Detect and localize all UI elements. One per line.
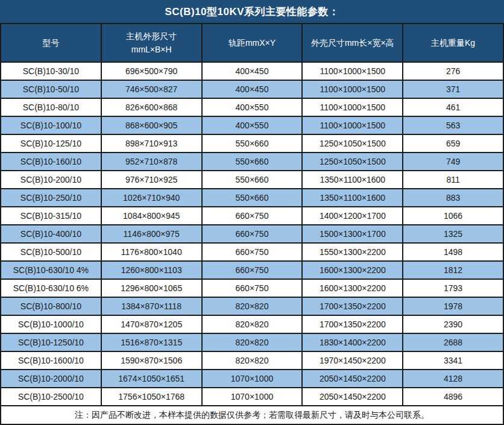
table-row: SC(B)10-200/10976×710×925550×6601350×110… [1,171,503,189]
weight-cell: 4896 [403,388,503,406]
header-row: 型号 主机外形尺寸 mmL×B×H 轨距mmX×Y 外壳尺寸mm长×宽×高 主机… [1,24,503,62]
host-dimensions-cell: 1176×800×1040 [101,243,202,261]
host-dimensions-cell: 1384×870×1118 [101,297,202,315]
table-row: SC(B)10-2000/101674×1050×16511070×100020… [1,370,503,388]
host-dimensions-cell: 1260×800×1103 [101,261,202,279]
host-dimensions-cell: 1296×800×1065 [101,279,202,297]
host-dimensions-cell: 898×710×913 [101,134,202,153]
host-dimensions-cell: 1084×800×945 [101,207,202,225]
host-dimensions-cell: 1590×870×1506 [101,351,202,370]
model-cell: SC(B)10-800/10 [1,297,101,315]
weight-cell: 2390 [403,315,503,333]
model-cell: SC(B)10-1600/10 [1,351,101,370]
spec-table: 型号 主机外形尺寸 mmL×B×H 轨距mmX×Y 外壳尺寸mm长×宽×高 主机… [0,23,504,406]
model-cell: SC(B)10-125/10 [1,134,101,153]
table-row: SC(B)10-500/101176×800×1040660×7501550×1… [1,243,503,261]
shell-dimensions-cell: 1350×1100×1600 [302,171,403,189]
shell-dimensions-cell: 1100×1000×1500 [302,116,403,134]
model-cell: SC(B)10-1250/10 [1,333,101,351]
weight-cell: 4128 [403,370,503,388]
footer-note: 注：因产品不断改进，本样本提供的数据仅供参考；若需取得最新尺寸，请及时与本公司联… [0,406,504,425]
rail-gauge-cell: 1070×1000 [202,370,303,388]
column-header-model: 型号 [1,24,101,62]
rail-gauge-cell: 550×660 [202,134,303,153]
model-cell: SC(B)10-500/10 [1,243,101,261]
weight-cell: 2688 [403,333,503,351]
rail-gauge-cell: 660×750 [202,225,303,243]
shell-dimensions-cell: 1250×1050×1500 [302,134,403,153]
table-row: SC(B)10-160/10952×710×878550×6601250×105… [1,153,503,171]
table-row: SC(B)10-1000/101470×870×1205820×8201700×… [1,315,503,333]
weight-cell: 461 [403,98,503,116]
weight-cell: 1066 [403,207,503,225]
spec-table-header: 型号 主机外形尺寸 mmL×B×H 轨距mmX×Y 外壳尺寸mm长×宽×高 主机… [1,24,503,62]
host-dimensions-cell: 952×710×878 [101,153,202,171]
weight-cell: 811 [403,171,503,189]
host-dimensions-cell: 696×500×790 [101,62,202,80]
shell-dimensions-cell: 1970×1450×2200 [302,351,403,370]
shell-dimensions-cell: 1600×1300×2200 [302,261,403,279]
rail-gauge-cell: 550×660 [202,171,303,189]
shell-dimensions-cell: 1350×1100×1600 [302,189,403,207]
table-row: SC(B)10-125/10898×710×913550×6601250×105… [1,134,503,153]
column-header-weight: 主机重量Kg [403,24,503,62]
weight-cell: 1498 [403,243,503,261]
spec-table-body: SC(B)10-30/10696×500×790400×4501100×1000… [1,62,503,406]
rail-gauge-cell: 820×820 [202,297,303,315]
rail-gauge-cell: 400×450 [202,62,303,80]
host-dimensions-cell: 1026×710×940 [101,189,202,207]
rail-gauge-cell: 820×820 [202,351,303,370]
shell-dimensions-cell: 1500×1300×1700 [302,225,403,243]
model-cell: SC(B)10-630/10 4% [1,261,101,279]
weight-cell: 1793 [403,279,503,297]
model-cell: SC(B)10-80/10 [1,98,101,116]
host-dimensions-cell: 1470×870×1205 [101,315,202,333]
rail-gauge-cell: 820×820 [202,333,303,351]
shell-dimensions-cell: 2050×1450×2200 [302,388,403,406]
host-dimensions-cell: 868×600×905 [101,116,202,134]
shell-dimensions-cell: 1700×1350×2200 [302,297,403,315]
weight-cell: 659 [403,134,503,153]
shell-dimensions-cell: 1250×1050×1500 [302,153,403,171]
model-cell: SC(B)10-30/10 [1,62,101,80]
shell-dimensions-cell: 2050×1450×2200 [302,370,403,388]
column-header-rail-gauge: 轨距mmX×Y [202,24,303,62]
table-row: SC(B)10-400/101146×800×975660×7501500×13… [1,225,503,243]
shell-dimensions-cell: 1830×1400×2200 [302,333,403,351]
host-dimensions-cell: 1756×1050×1768 [101,388,202,406]
model-cell: SC(B)10-1000/10 [1,315,101,333]
shell-dimensions-cell: 1700×1350×2200 [302,315,403,333]
table-row: SC(B)10-2500/101756×1050×17681070×100020… [1,388,503,406]
table-row: SC(B)10-80/10826×600×868400×5501100×1000… [1,98,503,116]
rail-gauge-cell: 660×750 [202,243,303,261]
model-cell: SC(B)10-2500/10 [1,388,101,406]
weight-cell: 1325 [403,225,503,243]
host-dimensions-cell: 1674×1050×1651 [101,370,202,388]
table-row: SC(B)10-30/10696×500×790400×4501100×1000… [1,62,503,80]
model-cell: SC(B)10-50/10 [1,80,101,98]
table-title: SC(B)10型10KV系列主要性能参数： [0,0,504,23]
rail-gauge-cell: 400×550 [202,98,303,116]
host-dimensions-cell: 746×500×827 [101,80,202,98]
weight-cell: 1812 [403,261,503,279]
table-row: SC(B)10-250/101026×710×940550×6601350×11… [1,189,503,207]
column-header-shell-dimensions: 外壳尺寸mm长×宽×高 [302,24,403,62]
host-dimensions-cell: 1146×800×975 [101,225,202,243]
shell-dimensions-cell: 1600×1300×2200 [302,279,403,297]
column-header-host-dimensions: 主机外形尺寸 mmL×B×H [101,24,202,62]
model-cell: SC(B)10-160/10 [1,153,101,171]
rail-gauge-cell: 1070×1000 [202,388,303,406]
host-dimensions-label-line2: mmL×B×H [102,43,201,56]
model-cell: SC(B)10-315/10 [1,207,101,225]
model-cell: SC(B)10-400/10 [1,225,101,243]
host-dimensions-label-line1: 主机外形尺寸 [102,30,201,43]
table-row: SC(B)10-800/101384×870×1118820×8201700×1… [1,297,503,315]
shell-dimensions-cell: 1100×1000×1500 [302,62,403,80]
rail-gauge-cell: 400×550 [202,116,303,134]
shell-dimensions-cell: 1100×1000×1500 [302,80,403,98]
host-dimensions-cell: 826×600×868 [101,98,202,116]
model-cell: SC(B)10-100/10 [1,116,101,134]
rail-gauge-cell: 400×450 [202,80,303,98]
weight-cell: 371 [403,80,503,98]
model-cell: SC(B)10-200/10 [1,171,101,189]
